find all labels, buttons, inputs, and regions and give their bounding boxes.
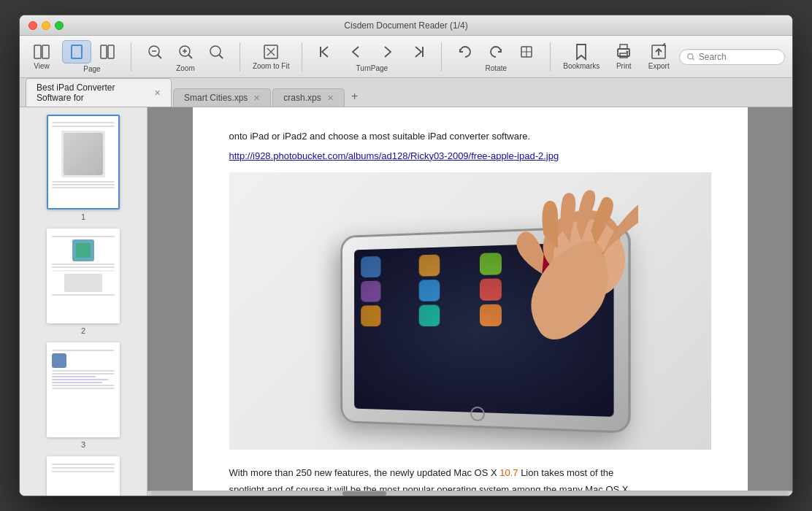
zoom-out-icon (146, 43, 164, 61)
rotate-icons-row (451, 41, 541, 63)
doc-url: http://i928.photobucket.com/albums/ad128… (229, 150, 711, 161)
tab-smartcities-close[interactable]: ✕ (253, 93, 260, 103)
rotate-label: Rotate (486, 64, 507, 72)
turnpage-label: TurnPage (356, 64, 388, 72)
divider-2 (240, 42, 240, 72)
toolbar: View (20, 36, 792, 78)
hand-svg (478, 180, 638, 384)
zoom-in-icon (177, 43, 194, 61)
tab-ipad-close[interactable]: ✕ (154, 88, 161, 98)
svg-rect-1 (42, 45, 49, 58)
last-page-button[interactable] (403, 41, 432, 63)
thumb-2 (47, 228, 120, 323)
first-page-button[interactable] (311, 41, 340, 63)
svg-line-11 (188, 55, 192, 58)
zoom-in-button[interactable] (171, 41, 200, 63)
rotate-cw-icon (487, 43, 505, 61)
rotate-ccw-button[interactable] (451, 41, 480, 63)
thumbnail-page-4[interactable] (47, 456, 120, 496)
minimize-button[interactable] (42, 21, 50, 30)
rotate-ccw-icon (456, 43, 474, 61)
divider-5 (550, 42, 551, 72)
export-icon (650, 43, 667, 61)
zoom-reset-icon (207, 43, 225, 61)
print-icon (615, 43, 632, 61)
next-page-icon (378, 43, 396, 61)
horizontal-scrollbar[interactable] (148, 491, 792, 496)
turnpage-group: TurnPage (311, 41, 432, 72)
divider-1 (131, 42, 131, 72)
tab-smartcities-label: Smart Cities.xps (184, 93, 248, 103)
rotate-extra-button[interactable] (512, 41, 541, 63)
tab-ipad[interactable]: Best iPad Converter Software for ✕ (26, 78, 172, 107)
search-box[interactable] (679, 49, 785, 65)
doc-text-highlight: 10.7 (499, 467, 518, 478)
page-2-number: 2 (81, 326, 85, 335)
ipad-illustration (288, 180, 653, 442)
zoom-to-fit-label: Zoom to Fit (253, 62, 290, 70)
page-double-button[interactable] (93, 41, 122, 63)
tab-ipad-label: Best iPad Converter Software for (37, 82, 148, 103)
thumbnail-page-2[interactable]: 2 (47, 228, 120, 335)
print-label: Print (616, 62, 632, 70)
view-button[interactable]: View (27, 41, 56, 72)
zoom-to-fit-button[interactable]: Zoom to Fit (249, 41, 294, 72)
page-group: Page (62, 40, 122, 73)
page-icons-row (62, 40, 122, 64)
svg-point-12 (210, 46, 221, 56)
bookmarks-button[interactable]: Bookmarks (559, 41, 603, 72)
zoom-out-button[interactable] (140, 41, 169, 63)
thumbnail-page-1[interactable]: 1 (47, 115, 120, 221)
zoom-reset-button[interactable] (202, 41, 231, 63)
svg-line-26 (692, 58, 694, 60)
next-page-button[interactable] (372, 41, 402, 63)
view-label: View (34, 62, 50, 70)
zoom-to-fit-icon (262, 43, 280, 61)
page-thumbnails-sidebar: 1 2 (20, 107, 148, 496)
svg-point-21 (627, 51, 629, 53)
document-viewer[interactable]: onto iPad or iPad2 and choose a most sui… (148, 107, 792, 496)
tab-smartcities[interactable]: Smart Cities.xps ✕ (173, 88, 271, 107)
page-single-button[interactable] (62, 40, 91, 64)
page-1-number: 1 (81, 212, 85, 221)
main-window: Cisdem Document Reader (1/4) View (19, 15, 793, 496)
tab-crash[interactable]: crash.xps ✕ (272, 88, 344, 107)
close-button[interactable] (28, 21, 37, 30)
rotate-extra-icon (518, 43, 535, 61)
zoom-icons-row (140, 41, 231, 63)
svg-rect-0 (34, 45, 41, 58)
page-3-number: 3 (81, 440, 85, 449)
traffic-lights (28, 21, 64, 30)
bookmarks-icon (572, 43, 590, 61)
thumb-1 (47, 115, 120, 210)
print-button[interactable]: Print (609, 41, 638, 72)
zoom-group: Zoom (140, 41, 231, 72)
search-input[interactable] (699, 52, 777, 62)
h-scroll-thumb[interactable] (342, 491, 386, 496)
thumb-3 (47, 342, 120, 437)
tab-crash-close[interactable]: ✕ (327, 93, 334, 103)
window-title: Cisdem Document Reader (1/4) (344, 20, 467, 31)
thumbnail-page-3[interactable]: 3 (47, 342, 120, 449)
maximize-button[interactable] (55, 21, 64, 30)
last-page-icon (409, 43, 426, 61)
tab-crash-label: crash.xps (283, 93, 321, 103)
tabs-bar: Best iPad Converter Software for ✕ Smart… (20, 78, 792, 107)
thumb-4 (47, 456, 120, 496)
rotate-cw-button[interactable] (481, 41, 510, 63)
export-button[interactable]: Export (644, 41, 673, 72)
page-double-icon (99, 43, 116, 61)
titlebar: Cisdem Document Reader (1/4) (20, 15, 792, 36)
view-icon (33, 43, 50, 61)
rotate-group: Rotate (451, 41, 541, 72)
search-icon (687, 53, 694, 61)
svg-rect-19 (620, 45, 627, 49)
add-tab-button[interactable]: + (346, 88, 364, 105)
prev-page-button[interactable] (342, 41, 371, 63)
turnpage-icons-row (311, 41, 432, 63)
zoom-label: Zoom (176, 64, 195, 72)
svg-point-25 (688, 53, 693, 58)
svg-line-13 (219, 55, 223, 58)
svg-rect-20 (620, 53, 627, 58)
doc-text-top: onto iPad or iPad2 and choose a most sui… (229, 129, 711, 145)
